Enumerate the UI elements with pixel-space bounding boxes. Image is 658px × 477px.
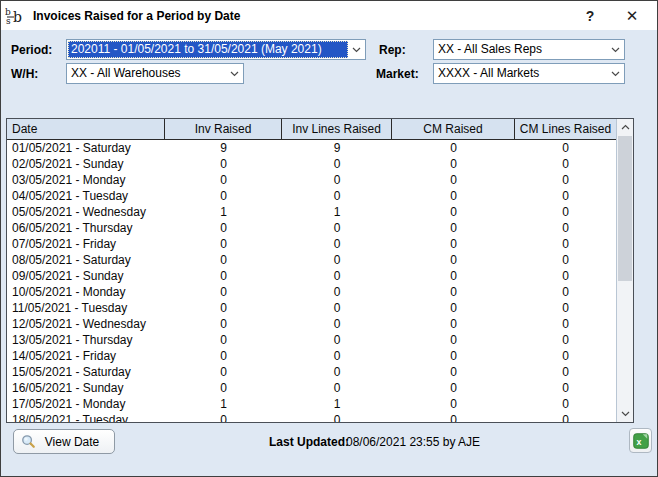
cell-cm-raised: 0	[392, 268, 515, 284]
cell-inv-lines-raised: 0	[282, 156, 392, 172]
cell-date: 08/05/2021 - Saturday	[7, 252, 165, 268]
cell-cm-raised: 0	[392, 300, 515, 316]
vertical-scrollbar[interactable]	[616, 119, 633, 422]
cell-cm-lines-raised: 0	[515, 140, 616, 156]
cell-cm-lines-raised: 0	[515, 348, 616, 364]
cell-inv-lines-raised: 0	[282, 268, 392, 284]
cell-cm-lines-raised: 0	[515, 156, 616, 172]
column-header-inv-raised[interactable]: Inv Raised	[165, 119, 282, 139]
table-row[interactable]: 07/05/2021 - Friday 0 0 0 0	[7, 236, 616, 252]
table-row[interactable]: 18/05/2021 - Tuesday 0 0 0 0	[7, 412, 616, 423]
rep-label: Rep:	[379, 43, 406, 57]
cell-date: 07/05/2021 - Friday	[7, 236, 165, 252]
cell-inv-raised: 1	[165, 204, 282, 220]
cell-cm-raised: 0	[392, 364, 515, 380]
cell-cm-lines-raised: 0	[515, 252, 616, 268]
period-select[interactable]: 202011 - 01/05/2021 to 31/05/2021 (May 2…	[66, 39, 366, 60]
cell-inv-raised: 0	[165, 300, 282, 316]
wh-select[interactable]: XX - All Warehouses	[66, 63, 244, 84]
cell-inv-raised: 0	[165, 220, 282, 236]
table-row[interactable]: 11/05/2021 - Tuesday 0 0 0 0	[7, 300, 616, 316]
cell-cm-raised: 0	[392, 220, 515, 236]
scroll-up-button[interactable]	[617, 119, 633, 135]
table-row[interactable]: 06/05/2021 - Thursday 0 0 0 0	[7, 220, 616, 236]
cell-inv-raised: 0	[165, 412, 282, 423]
scrollbar-thumb[interactable]	[618, 136, 632, 281]
cell-date: 03/05/2021 - Monday	[7, 172, 165, 188]
cell-cm-lines-raised: 0	[515, 236, 616, 252]
chevron-down-icon	[348, 47, 364, 53]
cell-cm-raised: 0	[392, 188, 515, 204]
last-updated-label: Last Updated:	[269, 435, 349, 449]
cell-inv-lines-raised: 0	[282, 412, 392, 423]
cell-cm-raised: 0	[392, 332, 515, 348]
market-select[interactable]: XXXX - All Markets	[433, 63, 625, 84]
cell-inv-raised: 0	[165, 348, 282, 364]
cell-cm-lines-raised: 0	[515, 332, 616, 348]
cell-inv-raised: 0	[165, 188, 282, 204]
table-row[interactable]: 17/05/2021 - Monday 1 1 0 0	[7, 396, 616, 412]
excel-export-icon: x	[633, 433, 649, 449]
cell-cm-lines-raised: 0	[515, 172, 616, 188]
table-row[interactable]: 15/05/2021 - Saturday 0 0 0 0	[7, 364, 616, 380]
chevron-down-icon	[607, 71, 623, 77]
column-header-inv-lines-raised[interactable]: Inv Lines Raised	[282, 119, 392, 139]
table-row[interactable]: 05/05/2021 - Wednesday 1 1 0 0	[7, 204, 616, 220]
cell-cm-lines-raised: 0	[515, 364, 616, 380]
close-button[interactable]: ✕	[615, 1, 649, 30]
market-value: XXXX - All Markets	[435, 65, 607, 82]
table-row[interactable]: 16/05/2021 - Sunday 0 0 0 0	[7, 380, 616, 396]
help-button[interactable]: ?	[573, 1, 607, 30]
cell-cm-raised: 0	[392, 348, 515, 364]
view-date-button[interactable]: View Date	[13, 429, 115, 454]
cell-cm-raised: 0	[392, 156, 515, 172]
cell-date: 10/05/2021 - Monday	[7, 284, 165, 300]
cell-date: 14/05/2021 - Friday	[7, 348, 165, 364]
scroll-down-button[interactable]	[617, 406, 633, 422]
table-row[interactable]: 13/05/2021 - Thursday 0 0 0 0	[7, 332, 616, 348]
cell-cm-lines-raised: 0	[515, 220, 616, 236]
cell-inv-raised: 0	[165, 252, 282, 268]
table-row[interactable]: 08/05/2021 - Saturday 0 0 0 0	[7, 252, 616, 268]
cell-inv-raised: 0	[165, 156, 282, 172]
table-row[interactable]: 14/05/2021 - Friday 0 0 0 0	[7, 348, 616, 364]
table-row[interactable]: 09/05/2021 - Sunday 0 0 0 0	[7, 268, 616, 284]
column-header-date[interactable]: Date	[7, 119, 165, 139]
rep-select[interactable]: XX - All Sales Reps	[433, 39, 625, 60]
market-label: Market:	[376, 67, 419, 81]
cell-cm-raised: 0	[392, 380, 515, 396]
table-row[interactable]: 02/05/2021 - Sunday 0 0 0 0	[7, 156, 616, 172]
cell-date: 02/05/2021 - Sunday	[7, 156, 165, 172]
cell-inv-lines-raised: 9	[282, 140, 392, 156]
cell-cm-lines-raised: 0	[515, 316, 616, 332]
cell-date: 15/05/2021 - Saturday	[7, 364, 165, 380]
cell-date: 04/05/2021 - Tuesday	[7, 188, 165, 204]
column-header-cm-raised[interactable]: CM Raised	[392, 119, 515, 139]
table-row[interactable]: 04/05/2021 - Tuesday 0 0 0 0	[7, 188, 616, 204]
view-date-label: View Date	[36, 435, 114, 449]
cell-date: 12/05/2021 - Wednesday	[7, 316, 165, 332]
period-label: Period:	[11, 43, 52, 57]
table-row[interactable]: 12/05/2021 - Wednesday 0 0 0 0	[7, 316, 616, 332]
table-row[interactable]: 01/05/2021 - Saturday 9 9 0 0	[7, 140, 616, 156]
export-excel-button[interactable]: x	[629, 428, 652, 453]
cell-inv-lines-raised: 0	[282, 284, 392, 300]
cell-inv-raised: 0	[165, 316, 282, 332]
cell-cm-lines-raised: 0	[515, 396, 616, 412]
app-icon: b s b	[5, 6, 27, 26]
cell-inv-lines-raised: 0	[282, 220, 392, 236]
table-header-row: Date Inv Raised Inv Lines Raised CM Rais…	[7, 119, 616, 140]
dialog-window: b s b Invoices Raised for a Period by Da…	[0, 0, 658, 477]
cell-cm-raised: 0	[392, 284, 515, 300]
column-header-cm-lines-raised[interactable]: CM Lines Raised	[515, 119, 616, 139]
table-row[interactable]: 03/05/2021 - Monday 0 0 0 0	[7, 172, 616, 188]
cell-inv-raised: 0	[165, 172, 282, 188]
cell-cm-raised: 0	[392, 396, 515, 412]
cell-inv-lines-raised: 0	[282, 348, 392, 364]
cell-cm-lines-raised: 0	[515, 268, 616, 284]
table-row[interactable]: 10/05/2021 - Monday 0 0 0 0	[7, 284, 616, 300]
cell-inv-lines-raised: 0	[282, 172, 392, 188]
title-bar: b s b Invoices Raised for a Period by Da…	[1, 1, 657, 30]
cell-date: 17/05/2021 - Monday	[7, 396, 165, 412]
cell-date: 05/05/2021 - Wednesday	[7, 204, 165, 220]
